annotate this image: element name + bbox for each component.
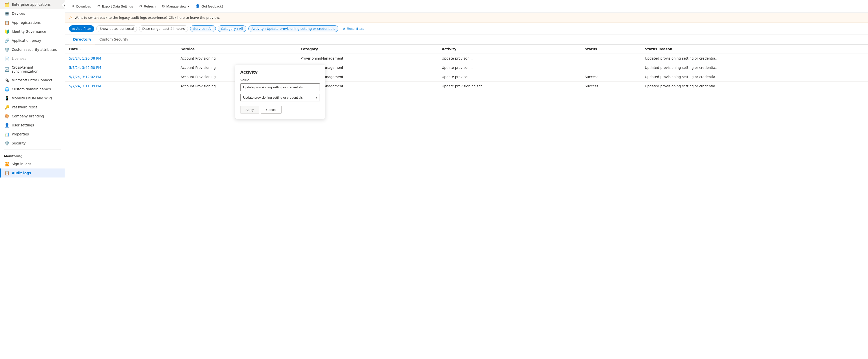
main-content: ⬇ Download ⚙ Export Data Settings ↻ Refr… [65, 0, 868, 359]
feedback-icon: 👤 [195, 4, 200, 8]
reset-filters-label: Reset filters [347, 27, 364, 31]
table-row[interactable]: 5/7/24, 3:11:39 PM Account Provisioning … [65, 82, 868, 91]
refresh-button[interactable]: ↻ Refresh [136, 2, 158, 10]
sidebar-icon-application-proxy: 🔗 [5, 38, 9, 43]
cell-date-3[interactable]: 5/7/24, 3:11:39 PM [65, 82, 177, 91]
sidebar-item-application-proxy[interactable]: 🔗 Application proxy [0, 36, 65, 45]
notice-bar[interactable]: ⚠ Want to switch back to the legacy audi… [65, 13, 868, 23]
activity-select-wrapper: Update provisioning setting or credentia… [240, 94, 320, 102]
sidebar-icon-identity-governance: 🔰 [5, 29, 9, 34]
monitoring-section-header: Monitoring [0, 151, 65, 160]
sidebar-icon-mobility: 📱 [5, 96, 9, 101]
sidebar-item-custom-security[interactable]: 🛡️ Custom security attributes [0, 45, 65, 54]
tabs-bar: Directory Custom Security [65, 35, 868, 45]
manage-view-label: Manage view [166, 4, 186, 8]
sidebar-icon-audit-logs: 📋 [5, 171, 9, 175]
sidebar-item-security[interactable]: 🛡️ Security [0, 139, 65, 148]
sidebar-icon-security: 🛡️ [5, 141, 9, 145]
service-chip[interactable]: Service : All [190, 25, 216, 32]
sidebar-item-cross-tenant-sync[interactable]: 🔄 Cross-tenant synchronization [0, 63, 65, 76]
table-area: Date ↓ Service Category Activity Status … [65, 45, 868, 359]
activity-chip[interactable]: Activity : Update provisioning setting o… [248, 25, 338, 32]
sidebar-label-entra-connect: Microsoft Entra Connect [12, 78, 52, 82]
sidebar-item-enterprise-apps[interactable]: 🗂️ Enterprise applications [0, 0, 65, 9]
add-filter-chip[interactable]: ⊞ Add filter [69, 25, 94, 32]
tab-directory[interactable]: Directory [69, 35, 95, 44]
date-range-chip[interactable]: Date range: Last 24 hours [139, 25, 188, 32]
col-header-category[interactable]: Category [297, 45, 438, 54]
col-header-activity[interactable]: Activity [438, 45, 581, 54]
sidebar-item-mobility[interactable]: 📱 Mobility (MDM and WIP) [0, 94, 65, 103]
sidebar-label-custom-domain: Custom domain names [12, 87, 51, 91]
reset-filters-button[interactable]: ⊗ Reset filters [340, 26, 367, 32]
category-chip[interactable]: Category : All [218, 25, 246, 32]
export-data-settings-button[interactable]: ⚙ Export Data Settings [95, 2, 135, 10]
sidebar-item-password-reset[interactable]: 🔑 Password reset [0, 103, 65, 112]
tab-custom-security[interactable]: Custom Security [95, 35, 132, 44]
col-header-date[interactable]: Date ↓ [65, 45, 177, 54]
date-range-label: Date range: Last 24 hours [142, 27, 185, 31]
filter-icon: ⊞ [72, 27, 75, 31]
cell-status-0 [581, 54, 641, 63]
cancel-button[interactable]: Cancel [261, 106, 282, 114]
sidebar-item-identity-governance[interactable]: 🔰 Identity Governance [0, 27, 65, 36]
notice-icon: ⚠ [69, 15, 72, 20]
service-label: Service : All [193, 27, 213, 31]
sidebar-item-custom-domain[interactable]: 🌐 Custom domain names [0, 85, 65, 94]
cell-activity-1: Update provison... [438, 63, 581, 72]
sidebar-icon-company-branding: 🎨 [5, 114, 9, 118]
sidebar-label-mobility: Mobility (MDM and WIP) [12, 96, 52, 100]
activity-select[interactable]: Update provisioning setting or credentia… [240, 94, 320, 102]
sidebar-item-company-branding[interactable]: 🎨 Company branding [0, 112, 65, 121]
export-label: Export Data Settings [102, 4, 133, 8]
apply-button[interactable]: Apply [240, 106, 259, 114]
sidebar-item-properties[interactable]: 📊 Properties [0, 130, 65, 139]
cell-status-reason-0: Updated provisioning setting or credenti… [641, 54, 868, 63]
sidebar: ▲ 🗂️ Enterprise applications 💻 Devices 📋… [0, 0, 65, 359]
cell-date-2[interactable]: 5/7/24, 3:12:02 PM [65, 72, 177, 82]
sidebar-item-user-settings[interactable]: 👤 User settings [0, 121, 65, 130]
feedback-label: Got feedback? [202, 4, 223, 8]
cell-status-reason-3: Updated provisioning setting or credenti… [641, 82, 868, 91]
sidebar-icon-enterprise-apps: 🗂️ [5, 2, 9, 7]
col-header-service[interactable]: Service [177, 45, 297, 54]
activity-value-input[interactable] [240, 83, 320, 91]
sidebar-icon-properties: 📊 [5, 132, 9, 136]
cell-date-1[interactable]: 5/7/24, 3:42:50 PM [65, 63, 177, 72]
category-label: Category : All [221, 27, 243, 31]
sidebar-icon-password-reset: 🔑 [5, 105, 9, 109]
chevron-down-icon: ▾ [188, 5, 189, 8]
sidebar-item-devices[interactable]: 💻 Devices [0, 9, 65, 18]
sidebar-item-audit-logs[interactable]: 📋 Audit logs [0, 168, 65, 177]
show-dates-label: Show dates as: Local [99, 27, 133, 31]
sidebar-item-licenses[interactable]: 📄 Licenses [0, 54, 65, 63]
download-button[interactable]: ⬇ Download [69, 2, 94, 10]
sidebar-label-enterprise-apps: Enterprise applications [12, 2, 51, 6]
sidebar-item-app-registrations[interactable]: 📋 App registrations [0, 18, 65, 27]
show-dates-chip[interactable]: Show dates as: Local [96, 25, 137, 32]
sidebar-item-entra-connect[interactable]: 🔌 Microsoft Entra Connect [0, 76, 65, 85]
activity-filter-popup: Activity Value Update provisioning setti… [235, 64, 325, 119]
feedback-button[interactable]: 👤 Got feedback? [193, 2, 226, 10]
sidebar-label-application-proxy: Application proxy [12, 38, 41, 43]
sidebar-item-sign-in-logs[interactable]: 🔁 Sign-in logs [0, 160, 65, 168]
cell-service-0: Account Provisioning [177, 54, 297, 63]
table-row[interactable]: 5/7/24, 3:12:02 PM Account Provisioning … [65, 72, 868, 82]
sidebar-label-cross-tenant-sync: Cross-tenant synchronization [12, 65, 61, 73]
manage-view-button[interactable]: ⚙ Manage view ▾ [159, 2, 192, 10]
toolbar: ⬇ Download ⚙ Export Data Settings ↻ Refr… [65, 0, 868, 13]
sidebar-icon-custom-security: 🛡️ [5, 47, 9, 52]
refresh-icon: ↻ [139, 4, 142, 8]
table-row[interactable]: 5/8/24, 1:20:38 PM Account Provisioning … [65, 54, 868, 63]
sidebar-label-identity-governance: Identity Governance [12, 30, 46, 33]
sidebar-icon-user-settings: 👤 [5, 123, 9, 128]
cell-activity-3: Update provisioning set... [438, 82, 581, 91]
sidebar-label-user-settings: User settings [12, 123, 34, 127]
table-row[interactable]: 5/7/24, 3:42:50 PM Account Provisioning … [65, 63, 868, 72]
col-header-status[interactable]: Status [581, 45, 641, 54]
cell-activity-0: Update provison... [438, 54, 581, 63]
col-header-status-reason[interactable]: Status Reason [641, 45, 868, 54]
cell-date-0[interactable]: 5/8/24, 1:20:38 PM [65, 54, 177, 63]
sidebar-icon-sign-in-logs: 🔁 [5, 162, 9, 166]
sidebar-label-properties: Properties [12, 132, 29, 136]
